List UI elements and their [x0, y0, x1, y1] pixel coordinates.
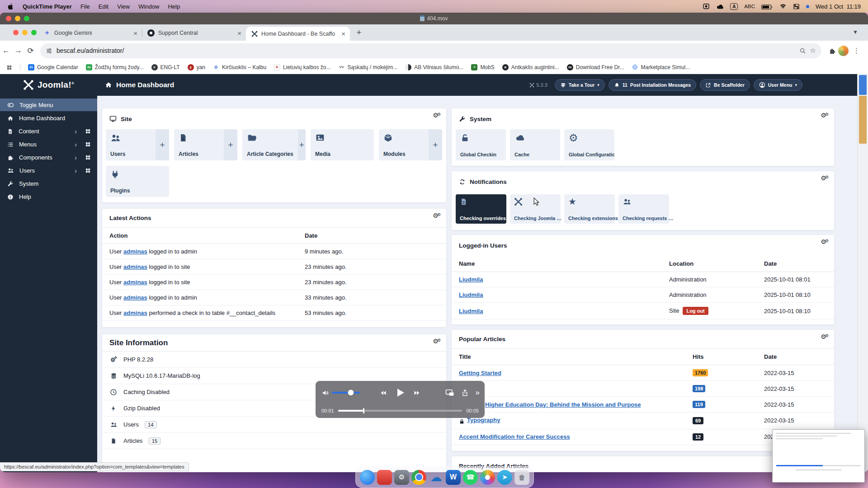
quicktime-titlebar[interactable]: 404.mov — [0, 13, 868, 24]
user-link[interactable]: Liudmila — [459, 276, 483, 283]
dashboard-grid-icon[interactable] — [85, 141, 91, 147]
quick-card-plugins[interactable]: Plugins — [106, 166, 169, 197]
rewind-button[interactable] — [379, 389, 387, 396]
article-link[interactable]: Accent Modification for Career Success — [459, 433, 570, 440]
quick-card-modules[interactable]: Modules + — [379, 129, 442, 160]
extensions-puzzle-icon[interactable] — [826, 46, 838, 55]
tab-home-dashboard[interactable]: Home Dashboard - Be Scaffo × — [246, 27, 350, 41]
panel-options-gears-icon[interactable]: ⚙⚙ — [433, 338, 441, 344]
reload-button[interactable]: ⟳ — [24, 46, 37, 56]
bookmark-item[interactable]: VVSąskaitų / mokėjim... — [339, 64, 398, 70]
bookmark-item[interactable]: aAntkaklis augintini... — [502, 64, 559, 70]
dashboard-grid-icon[interactable] — [85, 168, 91, 174]
screen-record-icon[interactable] — [703, 3, 710, 10]
sidebar-item-menus[interactable]: Menus › — [0, 138, 97, 151]
dock-mail-icon[interactable] — [377, 470, 392, 485]
apple-menu-icon[interactable] — [7, 2, 14, 10]
log-out-button[interactable]: Log out — [683, 307, 708, 315]
tab-close-icon[interactable]: × — [237, 29, 241, 37]
user-link[interactable]: adminas — [123, 248, 147, 255]
input-source-icon[interactable]: A — [730, 3, 738, 10]
quick-card-global-checkin[interactable]: Global Checkin — [456, 129, 506, 160]
take-a-tour-button[interactable]: Take a Tour▾ — [555, 79, 605, 91]
tab-support-central[interactable]: Support Central × — [142, 25, 246, 41]
zoom-icon[interactable] — [799, 47, 806, 55]
dock-chrome-icon[interactable] — [411, 470, 426, 485]
bookmark-item[interactable]: KLietuvių kalbos žo... — [274, 64, 330, 70]
bookmark-item[interactable]: mDownload Free Dr... — [567, 64, 624, 70]
volume-knob[interactable] — [348, 390, 354, 396]
bookmark-item[interactable]: eENG-LT — [151, 64, 180, 70]
volume-slider[interactable] — [332, 392, 360, 394]
quicktime-controls[interactable]: » 00:01 00:05 — [316, 381, 485, 418]
panel-options-gears-icon[interactable]: ⚙⚙ — [821, 333, 829, 340]
timeline-slider[interactable] — [338, 410, 462, 412]
forward-button[interactable]: → — [12, 46, 24, 55]
panel-options-gears-icon[interactable]: ⚙⚙ — [821, 175, 829, 181]
scrollbar-thumb[interactable] — [859, 75, 867, 95]
site-settings-icon[interactable] — [46, 47, 52, 55]
bookmark-star-icon[interactable]: ☆ — [810, 47, 816, 55]
pip-preview-window[interactable] — [772, 429, 865, 483]
dock-photos-icon[interactable] — [480, 470, 495, 485]
battery-icon[interactable] — [761, 3, 773, 9]
add-user-button[interactable]: + — [156, 129, 169, 160]
article-link[interactable]: Getting Started — [459, 370, 501, 376]
quick-card-cache[interactable]: Cache — [510, 129, 560, 160]
sidebar-item-system[interactable]: System — [0, 177, 97, 190]
menu-edit[interactable]: Edit — [99, 3, 108, 10]
panel-options-gears-icon[interactable]: ⚙⚙ — [821, 239, 829, 245]
sidebar-item-home-dashboard[interactable]: Home Dashboard — [0, 112, 97, 125]
dashboard-grid-icon[interactable] — [85, 128, 91, 134]
menubar-app-name[interactable]: QuickTime Player — [23, 3, 72, 10]
be-scaffolder-site-button[interactable]: Be Scaffolder — [700, 79, 750, 91]
user-link[interactable]: adminas — [123, 279, 147, 286]
dock-system-settings-icon[interactable]: ⚙ — [394, 470, 409, 485]
dock-word-icon[interactable]: W — [446, 470, 461, 485]
input-source-label[interactable]: ABC — [744, 4, 755, 9]
quick-card-global-configuration[interactable]: ⚙Global Configuration — [564, 129, 614, 160]
timeline-scrubber[interactable] — [363, 408, 364, 413]
page-scrollbar[interactable] — [857, 74, 868, 472]
bookmark-item[interactable]: +MobS — [471, 64, 494, 70]
apps-grid-icon[interactable] — [6, 64, 12, 70]
tab-close-icon[interactable]: × — [341, 30, 345, 38]
picture-in-picture-button[interactable] — [445, 389, 454, 397]
profile-avatar[interactable] — [838, 46, 849, 56]
notification-card-overrides[interactable]: Checking overrides … — [456, 194, 506, 224]
dock-whatsapp-icon[interactable]: ☎ — [463, 470, 478, 485]
dock-safari-icon[interactable] — [360, 470, 375, 485]
onedrive-cloud-icon[interactable] — [716, 2, 724, 10]
tab-close-icon[interactable]: × — [133, 29, 137, 37]
quick-card-media[interactable]: Media — [311, 129, 374, 160]
wifi-icon[interactable] — [779, 3, 787, 10]
user-link[interactable]: adminas — [123, 294, 147, 301]
dock-trash-icon[interactable]: 🗑 — [514, 470, 529, 485]
user-link[interactable]: Liudmila — [459, 291, 483, 298]
panel-options-gears-icon[interactable]: ⚙⚙ — [821, 112, 829, 118]
fast-forward-button[interactable] — [413, 389, 421, 396]
quick-card-users[interactable]: Users + — [106, 129, 169, 160]
tab-search-chevron-icon[interactable]: ▼ — [853, 29, 858, 35]
menu-file[interactable]: File — [80, 3, 90, 10]
panel-options-gears-icon[interactable]: ⚙⚙ — [433, 212, 441, 219]
bookmark-item[interactable]: ❄Kirčiuoklis – Kalbu — [213, 64, 266, 70]
browser-minimize-button[interactable] — [22, 30, 28, 35]
sidebar-item-users[interactable]: Users › — [0, 164, 97, 177]
play-button[interactable] — [395, 387, 406, 398]
browser-zoom-button[interactable] — [31, 30, 37, 35]
dock-telegram-icon[interactable]: ➤ — [497, 470, 512, 485]
browser-menu-icon[interactable]: ⋮ — [853, 47, 860, 55]
bookmark-item[interactable]: mŽodžių formų žody... — [86, 64, 144, 70]
sidebar-item-help[interactable]: Help — [0, 190, 97, 203]
user-link[interactable]: adminas — [123, 310, 147, 316]
back-button[interactable]: ← — [0, 46, 12, 55]
menubar-clock[interactable]: Wed 1 Oct 11:19 — [816, 3, 861, 10]
add-category-button[interactable]: + — [298, 129, 306, 160]
bookmark-item[interactable]: AB Vilniaus šilumo... — [405, 64, 463, 70]
control-center-icon[interactable] — [793, 3, 800, 10]
volume-icon[interactable] — [321, 389, 329, 396]
browser-close-button[interactable] — [13, 30, 19, 35]
notification-card-requests[interactable]: Checking requests … — [618, 194, 669, 224]
joomla-logo[interactable]: Joomla!® — [0, 80, 97, 90]
